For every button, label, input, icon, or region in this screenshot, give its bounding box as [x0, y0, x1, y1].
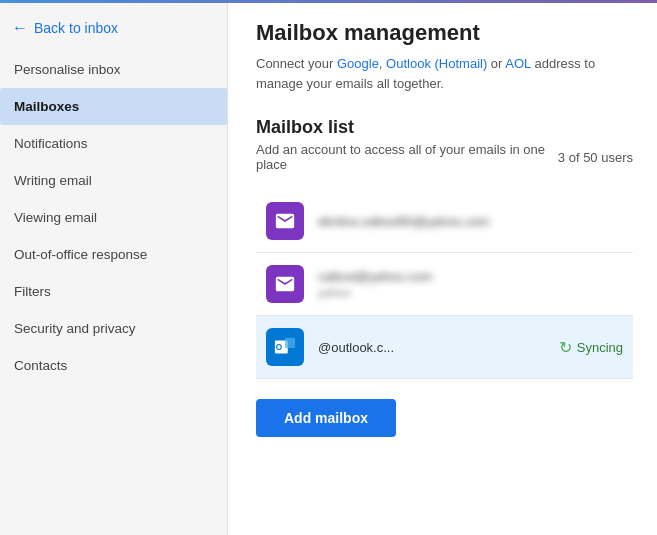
- sidebar-item-contacts[interactable]: Contacts: [0, 347, 227, 384]
- mailbox-item-3[interactable]: O @outlook.c...↻ Syncing: [256, 316, 633, 379]
- mailbox-icon-3: O: [266, 328, 304, 366]
- usage-count: 3 of 50 users: [558, 150, 633, 165]
- section-subtitle-row: Add an account to access all of your ema…: [256, 142, 633, 172]
- main-content: Mailbox management Connect your Google, …: [228, 0, 657, 535]
- back-arrow-icon: ←: [12, 19, 28, 37]
- mailbox-icon-1: [266, 202, 304, 240]
- outlook-link[interactable]: Outlook (Hotmail): [386, 56, 487, 71]
- mailbox-item-2[interactable]: callout@yahoo.comyahoo: [256, 253, 633, 316]
- sidebar-item-personalise-inbox[interactable]: Personalise inbox: [0, 51, 227, 88]
- aol-link[interactable]: AOL: [505, 56, 531, 71]
- sidebar: ← Back to inbox Personalise inboxMailbox…: [0, 0, 228, 535]
- sidebar-item-security-privacy[interactable]: Security and privacy: [0, 310, 227, 347]
- sidebar-nav: Personalise inboxMailboxesNotificationsW…: [0, 51, 227, 384]
- sync-icon: ↻: [559, 338, 572, 357]
- mailbox-sub-2: yahoo: [318, 286, 623, 300]
- mailbox-item-1[interactable]: dimitra.callout90@yahoo.com: [256, 190, 633, 253]
- mailbox-info-2: callout@yahoo.comyahoo: [318, 269, 623, 300]
- mailbox-email-1: dimitra.callout90@yahoo.com: [318, 214, 623, 229]
- section-title: Mailbox list: [256, 117, 633, 138]
- sidebar-item-out-of-office[interactable]: Out-of-office response: [0, 236, 227, 273]
- mailbox-info-1: dimitra.callout90@yahoo.com: [318, 214, 623, 229]
- mailbox-info-3: @outlook.c...: [318, 339, 545, 355]
- page-description: Connect your Google, Outlook (Hotmail) o…: [256, 54, 633, 93]
- back-to-inbox-label: Back to inbox: [34, 20, 118, 36]
- sidebar-item-notifications[interactable]: Notifications: [0, 125, 227, 162]
- sidebar-item-filters[interactable]: Filters: [0, 273, 227, 310]
- mailbox-email-2: callout@yahoo.com: [318, 269, 623, 284]
- back-to-inbox-link[interactable]: ← Back to inbox: [0, 3, 227, 51]
- add-mailbox-button[interactable]: Add mailbox: [256, 399, 396, 437]
- google-link[interactable]: Google: [337, 56, 379, 71]
- sidebar-item-writing-email[interactable]: Writing email: [0, 162, 227, 199]
- sidebar-item-viewing-email[interactable]: Viewing email: [0, 199, 227, 236]
- mailbox-email-3: @outlook.c...: [318, 340, 394, 355]
- svg-rect-2: [285, 338, 295, 348]
- mailbox-list: dimitra.callout90@yahoo.com callout@yaho…: [256, 190, 633, 379]
- page-title: Mailbox management: [256, 20, 633, 46]
- section-subtitle: Add an account to access all of your ema…: [256, 142, 558, 172]
- mailbox-icon-2: [266, 265, 304, 303]
- sidebar-item-mailboxes[interactable]: Mailboxes: [0, 88, 227, 125]
- sync-label: Syncing: [577, 340, 623, 355]
- svg-text:O: O: [276, 343, 283, 352]
- sync-status-3: ↻ Syncing: [559, 338, 623, 357]
